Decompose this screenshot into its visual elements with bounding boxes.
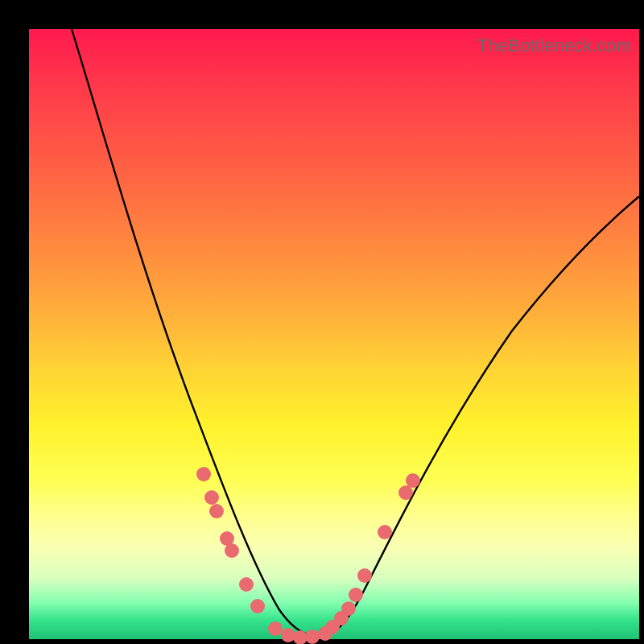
dots-group xyxy=(196,467,420,644)
bottleneck-curve-path xyxy=(72,29,639,636)
dot xyxy=(341,601,356,616)
dot xyxy=(239,577,254,592)
dot xyxy=(281,628,295,642)
outer-frame: TheBottleneck.com xyxy=(0,0,644,644)
dot xyxy=(204,490,219,505)
plot-area: TheBottleneck.com xyxy=(29,29,639,639)
dot xyxy=(209,504,224,518)
dot xyxy=(305,630,320,644)
dot xyxy=(406,473,420,488)
dot xyxy=(378,525,392,539)
dot xyxy=(268,621,283,636)
dot xyxy=(349,588,363,602)
dot xyxy=(250,599,265,613)
dot xyxy=(196,467,211,481)
dot xyxy=(398,485,413,500)
dot xyxy=(225,543,239,558)
dot xyxy=(357,568,372,583)
chart-svg xyxy=(29,29,639,639)
